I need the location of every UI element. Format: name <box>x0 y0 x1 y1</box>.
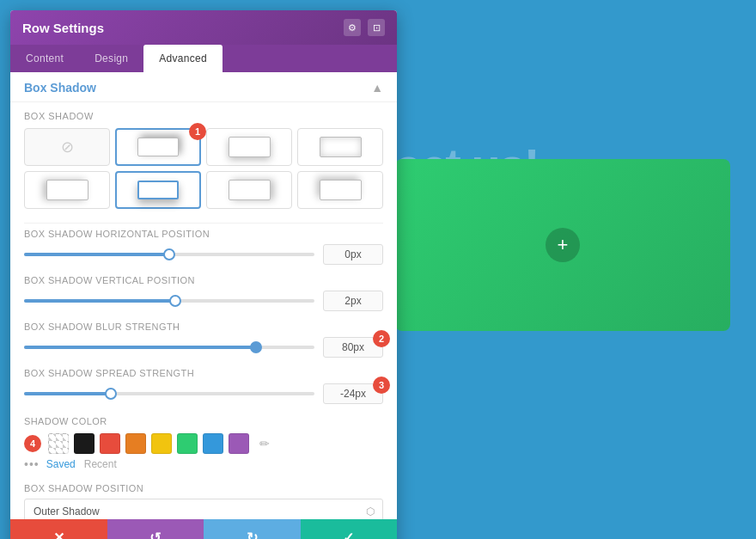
color-row-bottom: ••• Saved Recent <box>24 457 383 471</box>
saved-label[interactable]: Saved <box>46 458 76 470</box>
horizontal-position-row: Box Shadow Horizontal Position <box>10 224 397 270</box>
section-title: Box Shadow <box>24 81 96 95</box>
slider-thumb-b[interactable] <box>250 341 262 353</box>
add-button[interactable]: + <box>546 228 580 262</box>
slider-thumb-v[interactable] <box>169 295 181 307</box>
preset-inner-3 <box>229 137 271 156</box>
spread-strength-row: Box Shadow Spread Strength 3 <box>10 363 397 409</box>
color-swatch-yellow[interactable] <box>151 433 172 454</box>
bottom-bar: ✕ ↺ ↻ ✓ <box>10 519 397 539</box>
vertical-position-row: Box Shadow Vertical Position <box>10 270 397 316</box>
shadow-preset-top-right[interactable]: 1 <box>115 128 201 166</box>
section-toggle-icon[interactable]: ▲ <box>371 81 383 95</box>
saved-recent-row: Saved Recent <box>46 458 117 470</box>
header-icons: ⚙ ⊡ <box>344 19 385 36</box>
spread-strength-label: Box Shadow Spread Strength <box>24 368 383 378</box>
color-swatch-black[interactable] <box>74 433 94 454</box>
save-button[interactable]: ✓ <box>301 519 398 539</box>
preset-inner-7 <box>229 180 271 199</box>
slider-fill-b <box>24 346 256 349</box>
vertical-position-label: Box Shadow Vertical Position <box>24 275 383 285</box>
spread-strength-control: 3 <box>24 383 383 404</box>
horizontal-slider-track[interactable] <box>24 253 314 256</box>
color-row: 4 ✏ <box>24 433 383 454</box>
spread-slider-track[interactable] <box>24 392 314 395</box>
color-swatch-transparent[interactable] <box>48 433 69 454</box>
shadow-position-select-wrap: Outer Shadow Inner Shadow ⬡ <box>24 499 383 519</box>
horizontal-position-label: Box Shadow Horizontal Position <box>24 229 383 239</box>
shadow-preset-inset[interactable] <box>297 128 383 166</box>
preset-inner-6 <box>137 181 179 199</box>
blur-strength-control: 2 <box>24 337 383 358</box>
vertical-slider-track[interactable] <box>24 299 314 303</box>
blur-value-wrap: 2 <box>323 337 383 358</box>
color-swatch-orange[interactable] <box>125 433 146 454</box>
expand-icon[interactable]: ⊡ <box>368 19 385 36</box>
panel-title: Row Settings <box>22 21 104 35</box>
shadow-position-select[interactable]: Outer Shadow Inner Shadow <box>24 499 383 519</box>
shadow-preset-outer[interactable] <box>206 128 292 166</box>
shadow-color-section: Shadow Color 4 ✏ ••• Saved Recent <box>10 409 397 478</box>
slider-fill-s <box>24 392 111 395</box>
cancel-icon: ✕ <box>53 530 64 540</box>
slider-track-bg-s <box>24 392 314 395</box>
blur-strength-row: Box Shadow Blur Strength 2 <box>10 316 397 363</box>
blur-badge: 2 <box>373 330 390 347</box>
spread-badge: 3 <box>373 377 390 394</box>
slider-track-bg-v <box>24 299 314 303</box>
no-shadow-icon: ⊘ <box>61 138 74 156</box>
shadow-position-wrap: Box Shadow Position Outer Shadow Inner S… <box>10 478 397 519</box>
slider-thumb-s[interactable] <box>105 388 117 400</box>
shadow-preset-left[interactable] <box>24 171 110 209</box>
tab-design[interactable]: Design <box>79 45 143 72</box>
vertical-position-control <box>24 291 383 311</box>
settings-icon[interactable]: ⚙ <box>344 19 361 36</box>
shadow-position-label: Box Shadow Position <box>24 483 383 493</box>
slider-fill-v <box>24 299 175 303</box>
undo-button[interactable]: ↺ <box>107 519 204 539</box>
redo-button[interactable]: ↻ <box>204 519 301 539</box>
shadow-preset-right[interactable] <box>206 171 292 209</box>
preset-inner-2 <box>137 138 179 156</box>
box-shadow-field-group: Box Shadow ⊘ 1 <box>10 102 397 223</box>
spread-value-wrap: 3 <box>323 383 383 404</box>
redo-icon: ↻ <box>247 530 258 540</box>
horizontal-value-wrap <box>323 244 383 265</box>
panel-content: Box Shadow ▲ Box Shadow ⊘ 1 <box>10 72 397 519</box>
preset-inner-8 <box>320 180 362 199</box>
save-icon: ✓ <box>343 530 354 540</box>
slider-track-bg <box>24 253 314 256</box>
color-swatch-red[interactable] <box>100 433 120 454</box>
color-badge: 4 <box>24 435 41 452</box>
recent-label[interactable]: Recent <box>84 458 117 470</box>
color-swatch-blue[interactable] <box>203 433 223 454</box>
color-picker-icon[interactable]: ✏ <box>254 433 275 454</box>
cancel-button[interactable]: ✕ <box>10 519 107 539</box>
box-shadow-label: Box Shadow <box>24 111 383 121</box>
shadow-preset-bottom[interactable] <box>115 171 201 209</box>
slider-thumb[interactable] <box>163 248 175 260</box>
vertical-position-input[interactable] <box>323 291 383 311</box>
row-settings-panel: Row Settings ⚙ ⊡ Content Design Advanced… <box>10 10 397 539</box>
vertical-value-wrap <box>323 291 383 311</box>
horizontal-position-control <box>24 244 383 265</box>
preset-inner-4 <box>320 137 362 156</box>
panel-header: Row Settings ⚙ ⊡ <box>10 10 397 45</box>
blur-slider-track[interactable] <box>24 346 314 349</box>
tab-content[interactable]: Content <box>10 45 79 72</box>
green-card: + <box>395 159 730 331</box>
more-dots[interactable]: ••• <box>24 457 40 471</box>
box-shadow-section-header: Box Shadow ▲ <box>10 72 397 102</box>
horizontal-position-input[interactable] <box>323 244 383 265</box>
blur-strength-label: Box Shadow Blur Strength <box>24 322 383 332</box>
tabs: Content Design Advanced <box>10 45 397 72</box>
tab-advanced[interactable]: Advanced <box>143 45 223 72</box>
slider-track-bg-b <box>24 346 314 349</box>
color-swatch-green[interactable] <box>177 433 198 454</box>
undo-icon: ↺ <box>149 530 161 540</box>
shadow-preset-none[interactable]: ⊘ <box>24 128 110 166</box>
shadow-presets-grid: ⊘ 1 <box>24 128 383 209</box>
color-swatch-purple[interactable] <box>229 433 249 454</box>
shadow-preset-top-left[interactable] <box>297 171 383 209</box>
shadow-color-label: Shadow Color <box>24 416 383 426</box>
